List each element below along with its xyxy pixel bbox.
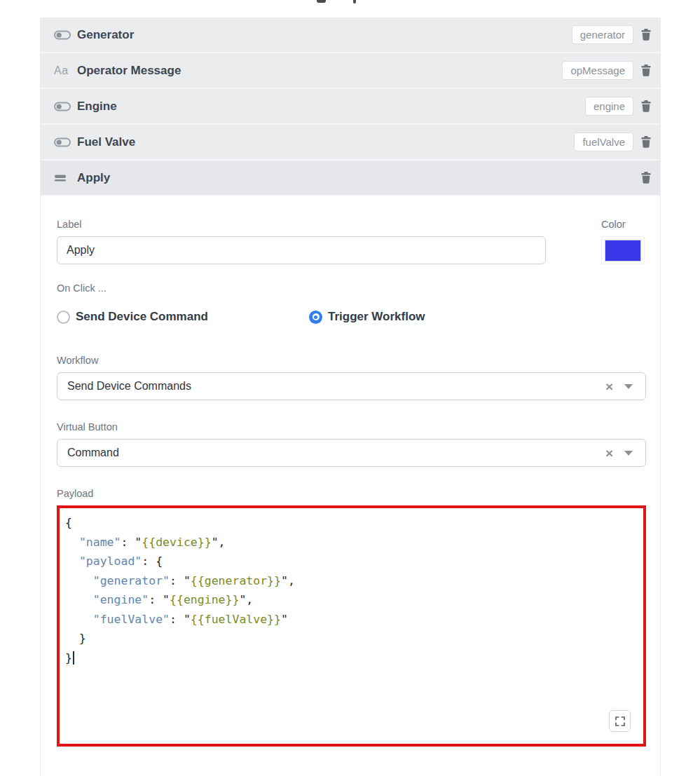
virtual-button-select-value: Command <box>67 447 605 459</box>
trash-icon <box>641 136 651 148</box>
control-row-engine[interactable]: Engineengine <box>41 89 660 125</box>
text-icon: Aa <box>54 64 72 77</box>
trash-icon <box>641 100 651 112</box>
control-row-label: Fuel Valve <box>77 135 135 149</box>
chevron-down-icon <box>624 384 633 389</box>
virtual-button-field-label: Virtual Button <box>57 421 645 433</box>
variable-tag: opMessage <box>562 61 633 80</box>
clear-icon[interactable]: × <box>605 447 613 460</box>
clipped-text-remnant <box>0 0 700 4</box>
variable-tag: engine <box>585 97 633 116</box>
trash-icon <box>641 172 651 184</box>
label-input[interactable] <box>57 236 546 264</box>
toggle-icon <box>54 30 72 40</box>
control-row-label: Generator <box>77 28 134 42</box>
delete-control-button[interactable] <box>640 64 652 76</box>
apply-button-editor: Label Color On Click ... Send Device Com… <box>41 196 660 768</box>
delete-control-button[interactable] <box>640 136 652 148</box>
trash-icon <box>641 29 651 41</box>
text-cursor <box>73 651 74 665</box>
control-row-apply[interactable]: Apply <box>41 161 660 196</box>
workflow-select-value: Send Device Commands <box>67 380 605 393</box>
delete-control-button[interactable] <box>640 29 652 41</box>
delete-control-button[interactable] <box>640 100 652 112</box>
toggle-icon <box>54 102 72 111</box>
control-row-fuel-valve[interactable]: Fuel ValvefuelValve <box>41 125 660 161</box>
control-row-label: Operator Message <box>77 64 181 78</box>
virtual-button-select[interactable]: Command × <box>57 439 646 467</box>
radio-send-device-command[interactable]: Send Device Command <box>57 310 309 324</box>
variable-tag: generator <box>572 25 633 44</box>
label-field-label: Label <box>57 219 588 230</box>
radio-trigger-workflow[interactable]: Trigger Workflow <box>309 310 425 324</box>
control-row-generator[interactable]: Generatorgenerator <box>41 18 660 53</box>
workflow-select[interactable]: Send Device Commands × <box>57 372 646 400</box>
control-row-operator-message[interactable]: AaOperator MessageopMessage <box>41 53 660 89</box>
variable-tag: fuelValve <box>574 132 633 151</box>
fullscreen-icon <box>615 716 625 726</box>
on-click-label: On Click ... <box>57 283 645 294</box>
radio-button-icon[interactable] <box>57 311 70 324</box>
chevron-down-icon <box>624 451 633 456</box>
payload-code-editor[interactable]: { "name": "{{device}}", "payload": { "ge… <box>57 505 646 747</box>
on-click-radio-group: Send Device CommandTrigger Workflow <box>57 310 645 324</box>
payload-code-content[interactable]: { "name": "{{device}}", "payload": { "ge… <box>60 508 643 672</box>
color-field-label: Color <box>601 219 645 230</box>
clear-icon[interactable]: × <box>605 380 613 393</box>
control-rows-list: GeneratorgeneratorAaOperator MessageopMe… <box>41 18 660 196</box>
radio-button-icon[interactable] <box>309 311 322 324</box>
radio-label: Send Device Command <box>76 310 208 324</box>
control-row-label: Engine <box>77 100 117 114</box>
toggle-icon <box>54 137 72 147</box>
delete-control-button[interactable] <box>640 172 652 184</box>
trash-icon <box>641 64 651 76</box>
radio-label: Trigger Workflow <box>328 310 425 324</box>
color-picker[interactable] <box>601 236 645 264</box>
color-swatch[interactable] <box>605 240 641 261</box>
workflow-field-label: Workflow <box>57 355 645 366</box>
expand-editor-button[interactable] <box>609 710 631 732</box>
block-settings-panel: GeneratorgeneratorAaOperator MessageopMe… <box>40 18 661 776</box>
button-icon <box>54 173 72 182</box>
control-row-label: Apply <box>77 171 110 185</box>
payload-field-label: Payload <box>57 488 645 499</box>
